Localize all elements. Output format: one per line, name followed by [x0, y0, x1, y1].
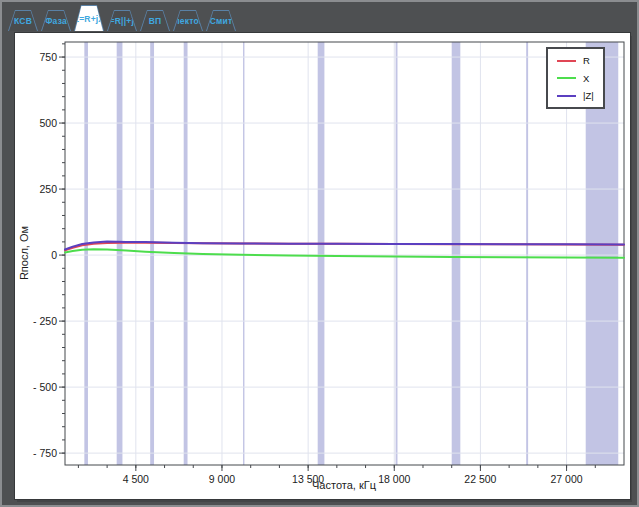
x-tick-label: 27 000	[551, 473, 583, 485]
band-highlight	[150, 42, 154, 465]
y-tick-label: 500	[39, 117, 57, 129]
band-highlight	[452, 42, 461, 465]
y-tick-label: - 750	[33, 447, 57, 459]
band-highlight	[243, 42, 244, 465]
band-highlight	[526, 42, 528, 465]
x-tick-label: 9 000	[209, 473, 235, 485]
app-window: КСВФазаZ=R+jXZ=R||+jXВПРефлектометрСмит …	[0, 0, 639, 507]
tab-faza[interactable]: Фаза	[41, 10, 71, 31]
tab-ksv[interactable]: КСВ	[8, 10, 38, 31]
legend-label: X	[583, 74, 589, 84]
y-tick-label: 0	[51, 249, 57, 261]
legend-label: R	[583, 56, 590, 66]
legend: RX|Z|	[546, 47, 605, 109]
tab-label: Смит	[207, 11, 235, 31]
x-tick-label: 22 500	[464, 473, 496, 485]
tab-label: Фаза	[42, 11, 70, 31]
chart-panel: 4 5009 00013 50018 00022 50027 000750500…	[15, 33, 630, 499]
tab-label: Z=R+jX	[75, 6, 103, 31]
x-axis-title: Частота, кГц	[244, 479, 444, 491]
legend-line-swatch	[557, 95, 576, 97]
tab-label: ВП	[141, 11, 169, 31]
x-tick-label: 4 500	[123, 473, 149, 485]
y-tick-label: - 500	[33, 381, 57, 393]
legend-label: |Z|	[583, 91, 594, 101]
tab-label: Рефлектометр	[174, 11, 202, 31]
tab-bar: КСВФазаZ=R+jXZ=R||+jXВПРефлектометрСмит	[8, 2, 236, 31]
tab-z-parallel[interactable]: Z=R||+jX	[107, 10, 137, 31]
y-axis-title: Rпосл, Ом	[18, 203, 30, 303]
tab-label: КСВ	[9, 11, 37, 31]
chart-plot[interactable]: 4 5009 00013 50018 00022 50027 000750500…	[15, 33, 630, 499]
tab-vp[interactable]: ВП	[140, 10, 170, 31]
tab-reflectometer[interactable]: Рефлектометр	[173, 10, 203, 31]
legend-item: X	[557, 74, 594, 84]
tab-z-series[interactable]: Z=R+jX	[74, 5, 104, 31]
y-tick-label: - 250	[33, 315, 57, 327]
tab-label: Z=R||+jX	[108, 11, 136, 31]
y-tick-label: 250	[39, 183, 57, 195]
tab-smith[interactable]: Смит	[206, 10, 236, 31]
band-highlight	[117, 42, 123, 465]
legend-line-swatch	[557, 77, 576, 79]
series-curve	[65, 242, 624, 250]
legend-item: |Z|	[557, 91, 594, 101]
legend-line-swatch	[557, 60, 576, 62]
band-highlight	[84, 42, 88, 465]
y-tick-label: 750	[39, 51, 57, 63]
band-highlight	[318, 42, 325, 465]
series-curve	[65, 249, 624, 257]
legend-item: R	[557, 56, 594, 66]
band-highlight	[396, 42, 398, 465]
